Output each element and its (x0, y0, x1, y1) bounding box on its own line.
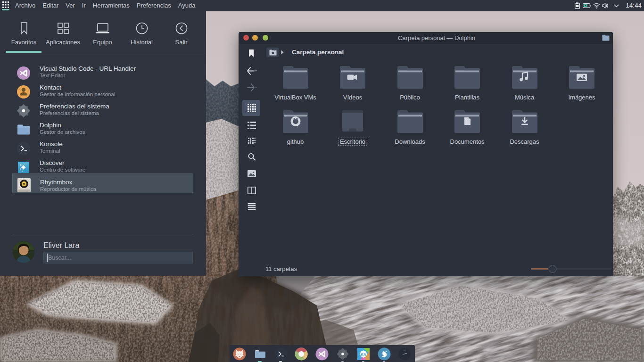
svg-text:KV: KV (361, 352, 367, 357)
svg-text:12: 12 (404, 349, 406, 351)
